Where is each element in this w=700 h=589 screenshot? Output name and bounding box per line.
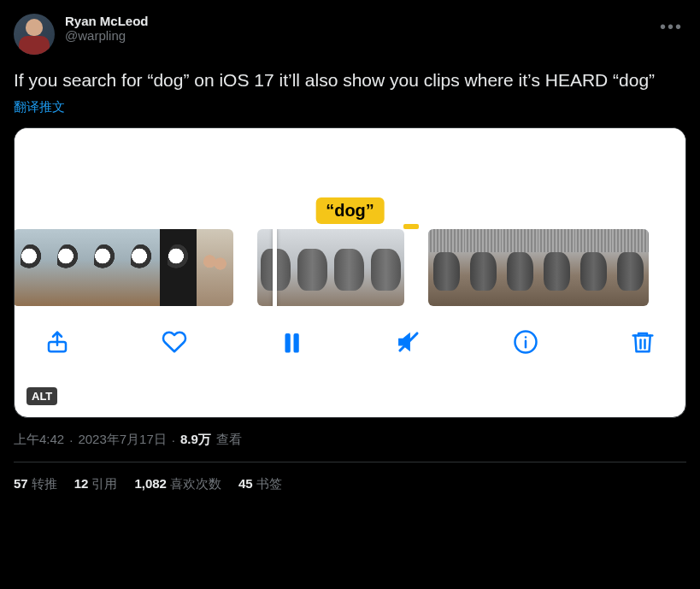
stat-count: 12 bbox=[74, 476, 89, 491]
timeline-frame bbox=[465, 229, 502, 306]
meta-views-label: 查看 bbox=[216, 432, 242, 448]
pause-icon[interactable] bbox=[274, 325, 309, 359]
more-icon[interactable]: ••• bbox=[656, 14, 686, 40]
video-timeline[interactable] bbox=[14, 229, 686, 306]
stat-label: 转推 bbox=[32, 476, 57, 491]
svg-point-6 bbox=[525, 336, 527, 339]
stat-bookmarks[interactable]: 45书签 bbox=[238, 476, 282, 492]
timeline-frame bbox=[331, 229, 368, 306]
timeline-frame bbox=[368, 229, 404, 306]
stat-label: 喜欢次数 bbox=[170, 476, 221, 491]
user-handle[interactable]: @warpling bbox=[65, 28, 646, 43]
timeline-frame bbox=[50, 229, 86, 306]
stat-likes[interactable]: 1,082喜欢次数 bbox=[134, 476, 221, 492]
timeline-frame bbox=[123, 229, 160, 306]
timeline-frame bbox=[538, 229, 575, 306]
timeline-frame bbox=[575, 229, 612, 306]
timeline-frame bbox=[14, 229, 50, 306]
user-info: Ryan McLeod @warpling bbox=[65, 14, 646, 43]
meta-views-count[interactable]: 8.9万 bbox=[180, 432, 211, 448]
translate-link[interactable]: 翻译推文 bbox=[14, 99, 65, 115]
svg-rect-1 bbox=[285, 333, 291, 353]
tweet-meta: 上午4:42 · 2023年7月17日 · 8.9万 查看 bbox=[14, 432, 686, 462]
media-top: “dog” bbox=[15, 128, 685, 229]
info-icon[interactable] bbox=[509, 325, 543, 359]
meta-sep: · bbox=[172, 433, 175, 447]
tweet-container: Ryan McLeod @warpling ••• If you search … bbox=[0, 0, 700, 506]
tweet-text: If you search for “dog” on iOS 17 it’ll … bbox=[14, 68, 686, 92]
stat-label: 书签 bbox=[256, 476, 282, 491]
timeline-frame bbox=[197, 229, 233, 306]
meta-time[interactable]: 上午4:42 bbox=[14, 432, 64, 448]
timeline-frame bbox=[428, 229, 465, 306]
svg-rect-2 bbox=[294, 333, 299, 353]
meta-sep: · bbox=[69, 433, 73, 447]
caption-playhead-marker bbox=[403, 224, 419, 229]
share-icon[interactable] bbox=[40, 325, 74, 359]
stat-quotes[interactable]: 12引用 bbox=[74, 476, 118, 492]
timeline-frame bbox=[502, 229, 538, 306]
clip-group-1[interactable] bbox=[14, 229, 233, 306]
media-controls bbox=[15, 306, 685, 359]
trash-icon[interactable] bbox=[626, 325, 660, 359]
timeline-frame bbox=[612, 229, 649, 306]
tweet-header: Ryan McLeod @warpling ••• bbox=[14, 14, 686, 55]
timeline-frame bbox=[294, 229, 331, 306]
stat-count: 1,082 bbox=[134, 476, 167, 491]
meta-date[interactable]: 2023年7月17日 bbox=[78, 432, 166, 448]
media-card[interactable]: “dog” bbox=[14, 127, 686, 418]
clip-group-3[interactable] bbox=[428, 229, 649, 306]
timeline-frame bbox=[160, 229, 197, 306]
mute-icon[interactable] bbox=[391, 325, 426, 359]
tweet-stats: 57转推 12引用 1,082喜欢次数 45书签 bbox=[14, 462, 686, 506]
stat-count: 45 bbox=[238, 476, 253, 491]
display-name[interactable]: Ryan McLeod bbox=[65, 14, 646, 28]
caption-tag: “dog” bbox=[315, 197, 385, 224]
stat-count: 57 bbox=[14, 476, 28, 491]
alt-badge[interactable]: ALT bbox=[26, 387, 57, 405]
stat-label: 引用 bbox=[91, 476, 117, 491]
playhead[interactable] bbox=[273, 229, 277, 306]
timeline-frame bbox=[86, 229, 123, 306]
avatar[interactable] bbox=[14, 14, 55, 55]
heart-icon[interactable] bbox=[157, 325, 191, 359]
stat-retweets[interactable]: 57转推 bbox=[14, 476, 57, 492]
clip-group-2[interactable] bbox=[257, 229, 404, 306]
